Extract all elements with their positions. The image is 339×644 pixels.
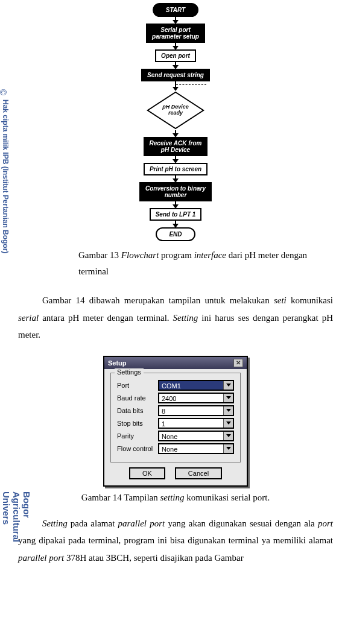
flowchart-step-conversion: Conversion to binary number [139, 182, 212, 201]
ok-button[interactable]: OK [129, 467, 165, 479]
chevron-down-icon[interactable] [223, 394, 233, 402]
dialog-title: Setup [108, 359, 127, 367]
chevron-down-icon[interactable] [223, 432, 233, 440]
parity-combo[interactable]: None [158, 431, 234, 441]
stopbits-combo[interactable]: 1 [158, 418, 234, 429]
databits-combo[interactable]: 8 [158, 405, 234, 416]
copyright-symbol: © [0, 89, 8, 95]
baud-label: Baud rate [117, 394, 158, 402]
chevron-down-icon[interactable] [223, 381, 233, 390]
chevron-down-icon[interactable] [223, 406, 233, 415]
close-icon[interactable]: ✕ [233, 359, 243, 367]
cancel-button[interactable]: Cancel [175, 467, 222, 479]
port-combo[interactable]: COM1 [158, 380, 234, 391]
flow-label: Flow control [117, 445, 158, 452]
figure-14-caption: Gambar 14 Tampilan setting komunikasi se… [18, 493, 333, 503]
watermark-text-1: Hak cipta milik IPB (Institut Pertanian … [1, 99, 10, 253]
flowchart-end: END [156, 227, 195, 241]
flowchart: START Serial port parameter setup Open p… [18, 3, 333, 241]
paragraph-1: Gambar 14 dibawah merupakan tampilan unt… [18, 292, 333, 344]
flowchart-decision-ph-ready: pH Device ready [147, 93, 204, 128]
flowchart-step-print-ph: Print pH to screen [144, 163, 208, 175]
flowchart-step-serial-setup: Serial port parameter setup [146, 24, 205, 43]
baud-combo[interactable]: 2400 [158, 393, 234, 403]
figure-13-caption: Gambar 13 Flowchart program interface da… [78, 247, 333, 280]
flowchart-step-send-lpt: Send to LPT 1 [150, 208, 202, 221]
setup-dialog: Setup ✕ Settings Port COM1 Baud rate [103, 356, 248, 487]
port-label: Port [117, 382, 158, 389]
chevron-down-icon[interactable] [223, 444, 233, 453]
watermark-text-2: Bogor Agricultural Univers [1, 491, 32, 566]
flowchart-step-receive-ack: Receive ACK from pH Device [144, 137, 208, 156]
parity-label: Parity [117, 432, 158, 440]
flow-combo[interactable]: None [158, 443, 234, 454]
settings-group-label: Settings [115, 368, 144, 376]
flowchart-start: START [153, 3, 198, 17]
chevron-down-icon[interactable] [223, 419, 233, 428]
flowchart-step-open-port: Open port [155, 49, 196, 62]
databits-label: Data bits [117, 407, 158, 414]
paragraph-2: Setting pada alamat parallel port yang a… [18, 515, 333, 567]
flowchart-step-send-request: Send request string [141, 69, 210, 81]
stopbits-label: Stop bits [117, 420, 158, 427]
